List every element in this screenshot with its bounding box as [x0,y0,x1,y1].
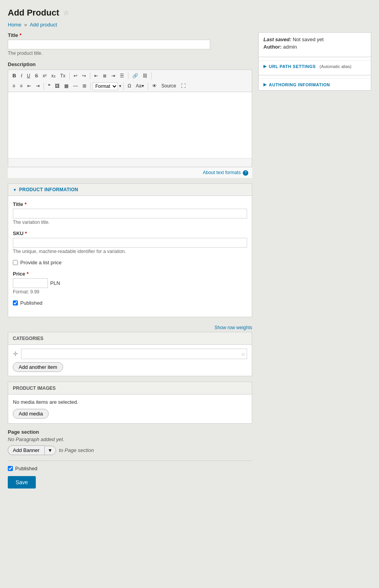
add-media-button[interactable]: Add media [13,409,49,419]
toolbar-superscript-btn[interactable]: x² [41,72,49,80]
category-input[interactable] [21,349,247,359]
variation-published-label[interactable]: Published [13,300,247,306]
breadcrumb-current[interactable]: Add product [30,22,57,28]
product-images-title: PRODUCT IMAGES [13,386,56,391]
toolbar-omega-btn[interactable]: Ω [126,82,133,91]
format-select[interactable]: Format [93,82,118,90]
page-section-label: Page section [8,429,252,435]
toolbar-italic-btn[interactable]: I [19,72,24,80]
editor-body[interactable] [8,92,252,158]
variation-title-hint: The variation title. [13,220,247,225]
editor-statusbar [8,158,252,167]
variation-published-checkbox[interactable] [13,300,18,305]
sidebar: Last saved: Not saved yet Author: admin … [258,32,371,489]
toolbar-hr-btn[interactable]: — [71,82,80,91]
page-section-area: Page section No Paragraph added yet. Add… [8,429,252,455]
variation-title-label: Title * [13,201,247,207]
authoring-information[interactable]: ▶ AUTHORING INFORMATION [259,79,371,90]
url-path-arrow-icon: ▶ [263,64,267,69]
toolbar-indent-btn[interactable]: ⇥ [34,82,42,91]
toolbar-sep-6 [90,83,91,90]
breadcrumb-home[interactable]: Home [8,22,21,28]
toolbar-bullets-btn[interactable]: ≡ [11,82,17,91]
toolbar-subscript-btn[interactable]: x₂ [49,72,58,80]
toolbar-table-btn[interactable]: ▦ [62,82,70,91]
about-formats-link[interactable]: About text formats [203,170,240,175]
toolbar-image-btn[interactable]: 🖼 [53,82,61,91]
toolbar-alignleft-btn[interactable]: ⇤ [92,72,100,80]
product-information-body: Title * The variation title. SKU * T [8,196,252,317]
description-label: Description [8,61,252,67]
product-information-header[interactable]: ▼ PRODUCT INFORMATION [8,184,252,196]
toolbar-strikethrough-btn[interactable]: S [33,72,40,80]
toolbar-blockquote-btn[interactable]: ❝ [46,82,52,91]
toolbar-unlink-btn[interactable]: ⛓ [141,72,149,80]
category-search-icon: ○ [242,351,245,357]
category-input-wrap: ○ [21,349,247,359]
toolbar-source-btn[interactable]: Source [160,82,178,91]
favorite-icon[interactable]: ☆ [63,9,69,17]
toolbar-link-btn[interactable]: 🔗 [130,72,140,80]
show-row-weights: Show row weights [8,323,252,332]
banner-dropdown-button[interactable]: ▼ [44,446,56,455]
price-format-hint: Format: 9.99 [13,289,247,295]
divider [8,461,252,461]
last-saved-label: Last saved: [263,37,291,42]
currency-label: PLN [50,280,60,286]
about-formats: About text formats ? [8,167,252,178]
title-label: Title * [8,32,252,38]
categories-header: CATEGORIES [8,332,252,345]
sku-input[interactable] [13,238,247,248]
list-price-label[interactable]: Provide a list price [13,260,247,265]
toolbar-sep-5 [44,83,44,90]
published-label: Published [15,466,37,471]
add-another-item-button[interactable]: Add another item [13,362,63,372]
toolbar-justify-btn[interactable]: ☰ [118,72,126,80]
toolbar-fullscreen-btn[interactable]: ⛶ [179,82,188,91]
sidebar-divider-1 [259,57,371,57]
url-path-settings[interactable]: ▶ URL PATH SETTINGS (Automatic alias) [259,60,371,72]
toolbar-styles-btn[interactable]: Aa▾ [134,82,146,91]
show-row-weights-link[interactable]: Show row weights [214,325,252,330]
toolbar-bold-btn[interactable]: B [11,72,18,80]
toolbar-redo-btn[interactable]: ↪ [80,72,88,80]
toolbar-specialchar-btn[interactable]: ⊞ [81,82,88,91]
help-icon[interactable]: ? [243,170,248,176]
published-checkbox[interactable] [8,466,13,471]
variation-title-input[interactable] [13,209,247,218]
section-title: PRODUCT INFORMATION [19,187,78,192]
toolbar-sep-2 [90,72,90,79]
author-value: admin [283,44,297,50]
toolbar-alignright-btn[interactable]: ⇥ [109,72,117,80]
categories-section: CATEGORIES ✛ ○ Add another item [8,332,252,376]
list-price-checkbox[interactable] [13,260,18,265]
breadcrumb-separator: » [24,22,27,28]
toolbar-removeformat-btn[interactable]: Tx [58,72,67,80]
toolbar-undo-btn[interactable]: ↩ [72,72,79,80]
url-path-label: URL PATH SETTINGS [269,64,316,69]
save-button[interactable]: Save [8,476,36,489]
sidebar-meta-box: Last saved: Not saved yet Author: admin … [258,32,371,91]
page-title: Add Product [8,8,59,18]
title-hint: The product title. [8,51,252,56]
toolbar-preview-btn[interactable]: 👁 [150,82,159,91]
add-banner-button[interactable]: Add Banner [8,445,44,455]
url-path-hint: (Automatic alias) [319,64,351,69]
sku-label: SKU * [13,230,247,236]
toolbar-underline-btn[interactable]: U [25,72,32,80]
section-collapse-icon: ▼ [13,188,17,192]
toolbar-aligncenter-btn[interactable]: ≣ [101,72,109,80]
author-row: Author: admin [263,44,366,50]
toolbar-sep-8 [148,83,148,90]
drag-handle-icon[interactable]: ✛ [13,350,18,358]
toolbar-outdent-btn[interactable]: ⇤ [25,82,33,91]
sku-hint: The unique, machine-readable identifier … [13,249,247,254]
price-input[interactable] [13,278,48,288]
price-row: PLN [13,278,247,288]
toolbar-sep-1 [69,72,70,79]
authoring-label: AUTHORING INFORMATION [269,82,330,87]
toolbar-numbered-btn[interactable]: ≡ [18,82,25,91]
title-input[interactable] [8,40,210,49]
wysiwyg-editor[interactable]: B I U S x² x₂ Tx ↩ ↪ ⇤ ≣ [8,70,252,167]
toolbar-sep-3 [128,72,128,79]
